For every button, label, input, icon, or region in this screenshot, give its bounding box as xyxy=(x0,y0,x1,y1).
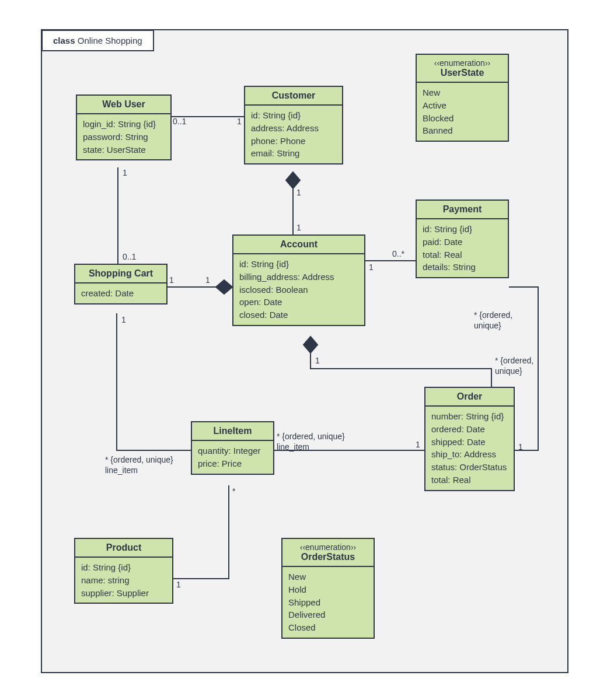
label: 1 xyxy=(369,262,374,273)
label: 0..* xyxy=(392,249,404,260)
class-attrs: quantity: Integerprice: Price xyxy=(192,441,273,474)
label: * xyxy=(232,487,235,497)
diagram-frame: class Online Shopping xyxy=(41,29,568,673)
label: 1 xyxy=(169,275,174,286)
label: * {ordered, unique} line_item xyxy=(105,455,173,475)
class-name: LineItem xyxy=(214,426,252,436)
class-orderstatus: ‹‹enumeration›› OrderStatus NewHoldShipp… xyxy=(281,538,375,639)
class-name: UserState xyxy=(441,68,484,78)
class-order: Order number: String {id}ordered: Datesh… xyxy=(424,387,515,491)
class-name: Payment xyxy=(443,204,482,214)
class-name: Shopping Cart xyxy=(89,268,153,278)
class-attrs: number: String {id}ordered: Dateshipped:… xyxy=(425,407,514,490)
label: * {ordered, unique} xyxy=(495,356,533,376)
class-shoppingcart: Shopping Cart created: Date xyxy=(74,264,168,304)
class-webuser: Web User login_id: String {id}password: … xyxy=(76,94,172,160)
label: 1 xyxy=(237,117,242,127)
class-attrs: id: String {id}paid: Datetotal: Realdeta… xyxy=(417,219,508,277)
label: * {ordered, unique} line_item xyxy=(277,432,345,452)
svg-marker-5 xyxy=(216,280,232,294)
class-account: Account id: String {id}billing_address: … xyxy=(232,235,365,326)
class-payment: Payment id: String {id}paid: Datetotal: … xyxy=(416,200,509,278)
label: 1 xyxy=(296,223,301,233)
svg-marker-7 xyxy=(304,337,318,353)
label: 1 xyxy=(176,580,181,590)
class-name: Account xyxy=(280,239,318,249)
class-product: Product id: String {id}name: stringsuppl… xyxy=(74,538,173,604)
class-attrs: created: Date xyxy=(75,284,166,303)
class-stereotype: ‹‹enumeration›› xyxy=(423,58,502,68)
label: * {ordered, unique} xyxy=(474,310,512,331)
class-customer: Customer id: String {id}address: Address… xyxy=(244,86,343,164)
class-name: Order xyxy=(457,391,483,401)
class-userstate: ‹‹enumeration›› UserState NewActiveBlock… xyxy=(416,54,509,142)
class-name: Product xyxy=(106,542,141,552)
label: 0..1 xyxy=(123,252,136,262)
class-attrs: id: String {id}name: stringsupplier: Sup… xyxy=(75,558,172,603)
class-lineitem: LineItem quantity: Integerprice: Price xyxy=(191,421,274,475)
label: 1 xyxy=(123,168,127,178)
frame-title: class Online Shopping xyxy=(41,30,154,51)
class-attrs: login_id: String {id}password: Stringsta… xyxy=(77,114,170,159)
class-name: Customer xyxy=(272,90,316,100)
class-name: Web User xyxy=(102,99,145,109)
class-attrs: NewActiveBlockedBanned xyxy=(417,83,508,141)
class-attrs: id: String {id}billing_address: Addressi… xyxy=(233,254,364,325)
class-attrs: id: String {id}address: Addressphone: Ph… xyxy=(245,106,342,163)
label: 1 xyxy=(315,356,320,366)
class-attrs: NewHoldShippedDeliveredClosed xyxy=(282,567,374,638)
label: 1 xyxy=(416,440,420,450)
label: 1 xyxy=(296,188,301,198)
class-stereotype: ‹‹enumeration›› xyxy=(288,542,368,552)
label: 1 xyxy=(205,275,210,286)
class-name: OrderStatus xyxy=(301,552,355,562)
svg-marker-3 xyxy=(286,172,300,188)
label: 1 xyxy=(518,442,523,453)
label: 1 xyxy=(121,315,126,326)
label: 0..1 xyxy=(173,117,186,127)
